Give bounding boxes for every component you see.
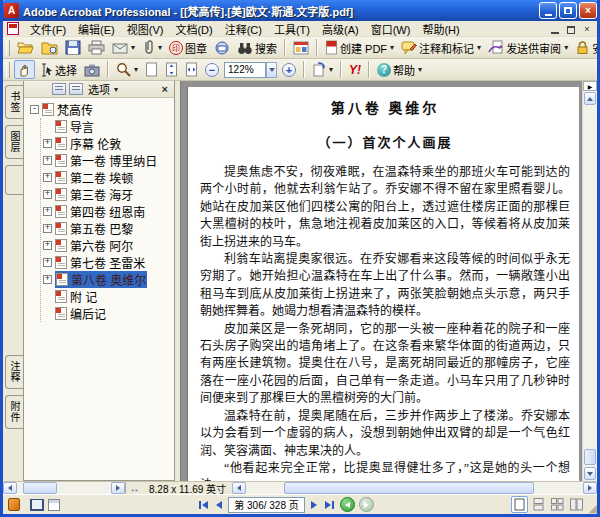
menu-help[interactable]: 帮助(H) [416,20,465,38]
expand-expander-icon[interactable]: + [43,241,52,250]
facing-layout-button[interactable] [568,496,585,513]
bookmark-item[interactable]: + 第六卷 阿尔 [43,237,174,254]
nav-tab-pages[interactable] [5,165,23,195]
email-dropdown-arrow-icon[interactable]: ▾ [131,43,135,52]
bookmark-label[interactable]: 第三卷 海牙 [70,186,133,203]
bookmarks-options-button[interactable]: 选项 [88,81,110,97]
menu-edit[interactable]: 编辑(E) [72,20,121,38]
minimize-button[interactable] [539,2,557,19]
bookmark-label[interactable]: 第二卷 埃顿 [70,169,133,186]
bookmark-item[interactable]: + 第四卷 纽恩南 [43,203,174,220]
expand-expander-icon[interactable]: + [43,190,52,199]
bookmark-label[interactable]: 第五卷 巴黎 [70,220,133,237]
nav-tab-bookmarks[interactable]: 书签 [5,85,23,119]
resize-grip-icon[interactable]: ◢ [589,503,597,514]
bookmark-label[interactable]: 序幕 伦敦 [70,135,121,152]
zoom-level-value[interactable]: 122% [224,62,266,78]
attach-button[interactable]: ▾ [139,38,165,57]
document-horizontal-scrollbar[interactable] [232,482,597,494]
expand-expander-icon[interactable]: + [43,207,52,216]
how-to-button[interactable] [290,39,312,57]
expand-expander-icon[interactable]: + [43,139,52,148]
menu-advanced[interactable]: 高级(A) [316,20,365,38]
expand-expander-icon[interactable]: + [43,224,52,233]
bookmark-label[interactable]: 第六卷 阿尔 [70,237,133,254]
bookmark-label[interactable]: 附 记 [70,288,97,305]
menu-tools[interactable]: 工具(T) [268,20,316,38]
bookmark-item[interactable]: 附 记 [43,288,174,305]
vertical-scroll-thumb[interactable] [584,449,596,465]
vertical-scrollbar[interactable]: ▶ [582,81,597,481]
bookmark-item-root[interactable]: - 梵高传 [30,101,174,118]
bookmark-item[interactable]: + 第七卷 圣雷米 [43,254,174,271]
status-orange-icon[interactable] [8,498,20,511]
expand-expander-icon[interactable]: + [43,156,52,165]
nav-tab-layers[interactable]: 图层 [5,125,23,159]
toolbar-grip[interactable] [6,62,10,78]
panel-scroll-right-button[interactable] [111,482,125,494]
zoom-in-button[interactable]: + [279,61,299,79]
save-button[interactable] [62,38,84,57]
bookmark-label[interactable]: 第七卷 圣雷米 [70,254,145,271]
hand-tool-button[interactable] [14,60,35,79]
continuous-facing-layout-button[interactable] [549,496,566,513]
single-page-layout-button[interactable] [511,496,528,513]
nav-tab-attachments[interactable]: 附件 [5,395,23,429]
mdi-minimize-button[interactable] [549,24,561,34]
zoom-level-combobox[interactable]: 122% [223,61,278,79]
email-button[interactable]: ▾ [109,39,138,57]
doc-scroll-track[interactable] [246,482,583,494]
maximize-button[interactable] [559,2,577,19]
bookmark-item[interactable]: + 第五卷 巴黎 [43,220,174,237]
rotate-view-button[interactable]: ▾ [309,60,336,79]
select-tool-button[interactable]: 选择 [36,60,80,80]
bookmark-label[interactable]: 编后记 [70,305,106,322]
pdf-page[interactable]: 第八卷 奥维尔 （一）首次个人画展 提奥焦虑不安，彻夜难眠，在温森特乘坐的那班火… [188,87,579,481]
bookmark-label[interactable]: 梵高传 [57,101,93,118]
bookmark-item[interactable]: + 第一卷 博里纳日 [43,152,174,169]
new-bookmark-icon[interactable] [69,83,83,95]
next-view-button[interactable] [359,497,374,512]
bookmark-item[interactable]: + 第二卷 埃顿 [43,169,174,186]
mdi-restore-button[interactable] [565,24,577,34]
bookmark-item[interactable]: + 序幕 伦敦 [43,135,174,152]
status-monitor-icon[interactable] [30,499,44,511]
create-pdf-button[interactable]: 创建 PDF ▾ [322,38,397,58]
help-button[interactable]: ? 帮助 ▾ [374,60,425,80]
bookmark-item-selected[interactable]: + 第八卷 奥维尔 [43,271,174,288]
nav-tab-comments[interactable]: 注释 [5,355,23,389]
organizer-button[interactable] [38,38,61,57]
send-review-button[interactable]: 发送供审阅 ▾ [485,38,571,58]
close-panel-button[interactable]: × [159,83,171,95]
status-panel-icon[interactable] [48,499,60,511]
mail-review-button[interactable] [211,39,233,57]
zoom-out-button[interactable]: − [202,61,222,79]
panel-scroll-thumb[interactable] [23,482,57,494]
continuous-layout-button[interactable] [530,496,547,513]
create-pdf-dropdown-arrow-icon[interactable]: ▾ [390,43,394,52]
scroll-down-button[interactable] [584,467,596,480]
fit-page-button[interactable] [162,60,181,79]
menu-window[interactable]: 窗口(W) [365,20,417,38]
fit-width-button[interactable] [182,60,201,79]
doc-scroll-right-button[interactable] [583,482,597,494]
panel-horizontal-scrollbar[interactable] [3,482,125,494]
send-review-dropdown-arrow-icon[interactable]: ▾ [564,43,568,52]
expand-expander-icon[interactable]: + [43,275,52,284]
bookmark-label[interactable]: 导言 [70,118,94,135]
bookmark-label[interactable]: 第一卷 博里纳日 [70,152,157,169]
zoom-tool-dropdown-arrow-icon[interactable]: ▾ [134,65,138,74]
search-button[interactable]: 搜索 [234,38,280,58]
previous-view-button[interactable] [340,497,355,512]
doc-scroll-left-button[interactable] [232,482,246,494]
attach-dropdown-arrow-icon[interactable]: ▾ [158,43,162,52]
security-button[interactable]: 安全 ▾ [572,38,600,58]
menu-file[interactable]: 文件(F) [24,20,72,38]
toolbar-grip[interactable] [6,40,10,56]
next-page-button[interactable] [309,500,319,510]
print-button[interactable] [85,38,108,57]
expand-expander-icon[interactable]: + [43,258,52,267]
panel-scroll-left-button[interactable] [3,482,17,494]
zoom-tool-button[interactable]: ▾ [113,60,141,79]
bookmark-item[interactable]: 编后记 [43,305,174,322]
